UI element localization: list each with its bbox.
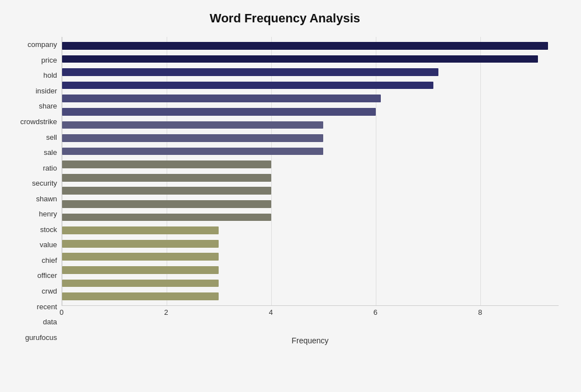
bars-area: [62, 37, 559, 306]
y-label-shawn: shawn: [36, 195, 57, 202]
bar-officer: [62, 240, 219, 248]
x-tick: 4: [269, 308, 273, 317]
bar-share: [62, 95, 381, 102]
bar-row-stock: [62, 197, 559, 211]
y-label-crowdstrike: crowdstrike: [20, 118, 57, 125]
y-label-insider: insider: [36, 87, 57, 95]
y-label-sale: sale: [44, 149, 57, 156]
bar-hold: [62, 68, 438, 76]
y-label-price: price: [41, 56, 57, 64]
bars-and-xaxis: 02468 Frequency: [62, 37, 559, 345]
y-label-hold: hold: [43, 72, 57, 79]
bar-row-shawn: [62, 171, 559, 185]
bar-row-henry: [62, 185, 559, 198]
bar-chief: [62, 226, 219, 234]
y-label-recent: recent: [37, 303, 57, 310]
y-label-henry: henry: [39, 210, 57, 218]
y-label-chief: chief: [42, 257, 57, 264]
x-tick: 2: [164, 308, 168, 317]
bar-sell: [62, 121, 323, 129]
y-label-ratio: ratio: [43, 164, 57, 172]
y-label-gurufocus: gurufocus: [25, 334, 57, 341]
bar-shawn: [62, 174, 271, 182]
bar-henry: [62, 187, 271, 195]
bar-price: [62, 55, 538, 63]
bar-security: [62, 160, 271, 168]
bar-recent: [62, 266, 219, 274]
x-tick: 0: [59, 308, 63, 317]
bar-row-crowdstrike: [62, 105, 559, 119]
bar-stock: [62, 200, 271, 208]
bar-row-data: [62, 277, 559, 290]
bar-row-recent: [62, 263, 559, 277]
bar-row-security: [62, 158, 559, 171]
y-label-crwd: crwd: [42, 287, 57, 295]
x-tick: 8: [478, 308, 482, 317]
chart-title: Word Frequency Analysis: [11, 11, 559, 26]
bar-row-gurufocus: [62, 290, 559, 303]
bar-row-chief: [62, 224, 559, 237]
bar-insider: [62, 82, 433, 89]
bar-row-insider: [62, 79, 559, 92]
bar-row-hold: [62, 65, 559, 79]
y-label-officer: officer: [37, 272, 57, 279]
bar-row-crwd: [62, 251, 559, 264]
bar-row-sale: [62, 131, 559, 145]
y-label-security: security: [32, 180, 57, 187]
bar-row-price: [62, 53, 559, 66]
y-label-company: company: [27, 41, 57, 48]
chart-area: companypriceholdinsidersharecrowdstrikes…: [11, 37, 559, 345]
x-axis: 02468: [62, 306, 559, 323]
y-label-value: value: [40, 241, 57, 248]
x-axis-label: Frequency: [62, 336, 559, 345]
bar-row-ratio: [62, 145, 559, 158]
bar-company: [62, 42, 548, 50]
bar-row-value: [62, 211, 559, 224]
bar-row-sell: [62, 119, 559, 132]
bars-wrapper: [62, 37, 559, 305]
bar-data: [62, 280, 219, 287]
bar-row-share: [62, 92, 559, 105]
y-label-sell: sell: [46, 134, 57, 141]
bar-row-officer: [62, 237, 559, 251]
bar-crowdstrike: [62, 108, 376, 116]
chart-container: Word Frequency Analysis companypricehold…: [0, 0, 581, 392]
x-tick: 6: [374, 308, 377, 317]
bar-crwd: [62, 253, 219, 261]
bar-gurufocus: [62, 292, 219, 300]
bar-row-company: [62, 39, 559, 53]
y-label-share: share: [39, 102, 57, 110]
y-label-stock: stock: [40, 226, 57, 233]
y-axis: companypriceholdinsidersharecrowdstrikes…: [11, 37, 62, 345]
bar-value: [62, 214, 271, 221]
bar-sale: [62, 134, 323, 142]
bar-ratio: [62, 148, 323, 155]
y-label-data: data: [43, 318, 57, 325]
